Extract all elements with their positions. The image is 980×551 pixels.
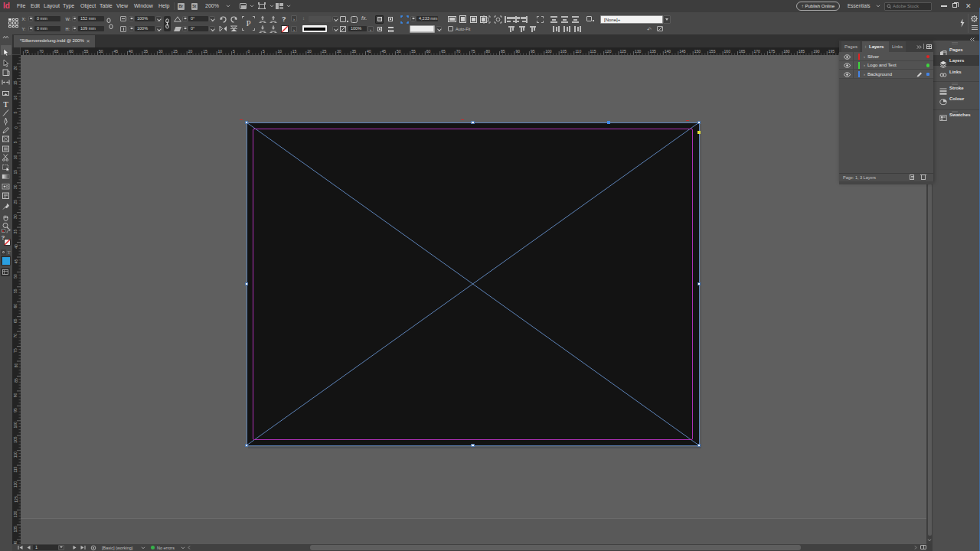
- svg-text:60: 60: [14, 304, 18, 308]
- svg-text:10: 10: [14, 96, 18, 100]
- svg-text:70: 70: [456, 49, 461, 54]
- svg-text:65: 65: [441, 49, 446, 54]
- svg-text:115: 115: [14, 466, 18, 472]
- svg-text:90: 90: [515, 49, 520, 54]
- svg-text:60: 60: [69, 49, 74, 54]
- svg-text:20: 20: [307, 49, 312, 54]
- svg-text:25: 25: [322, 49, 327, 54]
- svg-text:125: 125: [620, 49, 627, 54]
- svg-text:75: 75: [24, 49, 29, 54]
- svg-text:180: 180: [783, 49, 790, 54]
- svg-text:35: 35: [14, 230, 18, 234]
- svg-text:35: 35: [143, 49, 148, 54]
- svg-text:80: 80: [486, 49, 491, 54]
- svg-text:115: 115: [590, 49, 596, 54]
- svg-text:5: 5: [263, 49, 265, 54]
- svg-text:130: 130: [14, 511, 18, 518]
- svg-text:165: 165: [739, 49, 746, 54]
- svg-text:195: 195: [828, 49, 835, 54]
- svg-text:100: 100: [545, 49, 552, 54]
- svg-text:50: 50: [99, 49, 103, 54]
- svg-text:90: 90: [14, 393, 18, 397]
- svg-text:45: 45: [14, 259, 18, 264]
- svg-text:185: 185: [799, 49, 805, 54]
- svg-text:45: 45: [382, 49, 387, 54]
- svg-text:105: 105: [560, 49, 567, 54]
- svg-text:10: 10: [218, 49, 223, 54]
- svg-text:5: 5: [14, 141, 18, 143]
- svg-text:170: 170: [754, 49, 761, 54]
- svg-text:135: 135: [14, 526, 18, 533]
- svg-text:145: 145: [679, 49, 686, 54]
- svg-text:40: 40: [367, 49, 371, 54]
- svg-text:70: 70: [39, 49, 44, 54]
- svg-text:15: 15: [14, 170, 18, 174]
- svg-text:0: 0: [248, 49, 250, 54]
- svg-text:50: 50: [14, 274, 18, 279]
- svg-text:25: 25: [173, 49, 178, 54]
- svg-text:150: 150: [694, 49, 701, 54]
- svg-text:40: 40: [129, 49, 133, 54]
- svg-text:55: 55: [14, 289, 18, 293]
- svg-text:15: 15: [203, 49, 207, 54]
- svg-text:85: 85: [501, 49, 505, 54]
- svg-text:0: 0: [14, 126, 18, 129]
- svg-text:75: 75: [14, 348, 18, 353]
- svg-text:80: 80: [14, 364, 18, 368]
- svg-text:175: 175: [769, 49, 776, 54]
- svg-text:110: 110: [575, 49, 581, 54]
- svg-text:55: 55: [84, 49, 89, 54]
- svg-text:10: 10: [277, 49, 282, 54]
- svg-text:160: 160: [724, 49, 731, 54]
- svg-text:120: 120: [605, 49, 612, 54]
- svg-text:30: 30: [14, 214, 18, 219]
- svg-text:100: 100: [14, 422, 18, 429]
- svg-text:65: 65: [14, 318, 18, 323]
- svg-text:130: 130: [635, 49, 642, 54]
- svg-text:155: 155: [709, 49, 716, 54]
- svg-text:20: 20: [14, 184, 18, 189]
- svg-text:135: 135: [649, 49, 656, 54]
- svg-text:85: 85: [14, 378, 18, 383]
- svg-text:25: 25: [14, 200, 18, 204]
- svg-text:30: 30: [337, 49, 341, 54]
- svg-text:75: 75: [471, 49, 475, 54]
- svg-text:5: 5: [233, 49, 235, 54]
- svg-text:95: 95: [531, 49, 535, 54]
- svg-text:125: 125: [14, 496, 18, 503]
- svg-text:50: 50: [397, 49, 401, 54]
- svg-text:15: 15: [14, 80, 18, 85]
- svg-text:55: 55: [411, 49, 416, 54]
- svg-text:20: 20: [188, 49, 193, 54]
- svg-text:70: 70: [14, 334, 18, 338]
- svg-text:120: 120: [14, 481, 18, 488]
- svg-text:190: 190: [813, 49, 820, 54]
- svg-text:65: 65: [54, 49, 59, 54]
- svg-text:45: 45: [114, 49, 119, 54]
- svg-text:95: 95: [14, 408, 18, 412]
- svg-text:140: 140: [665, 49, 671, 54]
- svg-text:110: 110: [14, 452, 18, 458]
- svg-text:10: 10: [14, 155, 18, 159]
- svg-text:105: 105: [14, 436, 18, 443]
- svg-text:15: 15: [292, 49, 297, 54]
- svg-text:60: 60: [426, 49, 431, 54]
- svg-text:5: 5: [14, 111, 18, 113]
- svg-text:35: 35: [352, 49, 357, 54]
- svg-text:20: 20: [14, 66, 18, 70]
- svg-text:30: 30: [158, 49, 163, 54]
- svg-text:40: 40: [14, 244, 18, 249]
